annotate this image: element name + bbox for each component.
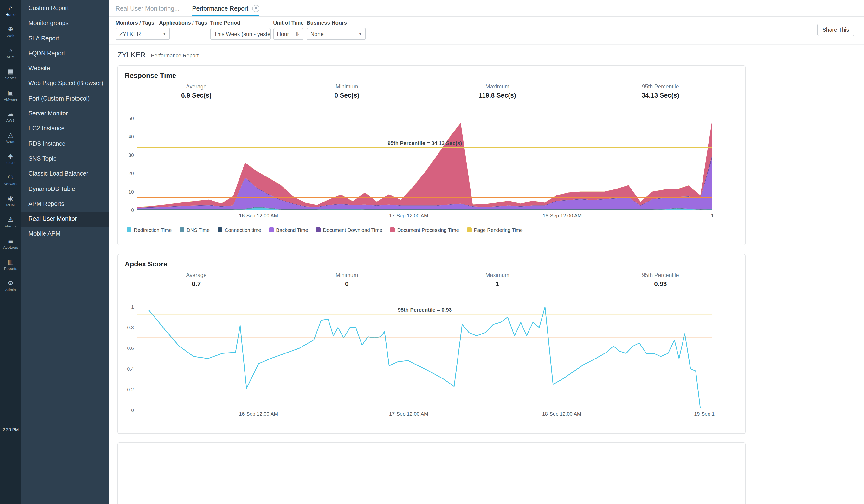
card-title: Apdex Score: [125, 260, 745, 268]
stat-value: 119.8 Sec(s): [419, 92, 576, 99]
sidebar-item-server-monitor[interactable]: Server Monitor: [21, 106, 109, 121]
svg-text:0.6: 0.6: [127, 346, 134, 351]
sidebar-item-sns-topic[interactable]: SNS Topic: [21, 151, 109, 167]
tab-real-user-monitoring[interactable]: Real User Monitoring...: [116, 0, 180, 16]
stat-value: 34.13 Sec(s): [576, 92, 745, 99]
response-time-legend: Redirection Time DNS Time Connection tim…: [127, 227, 745, 233]
stat-label: 95th Percentile: [576, 272, 745, 278]
home-icon: ⌂: [9, 4, 13, 11]
apm-icon: ◔: [9, 47, 13, 53]
svg-text:16-Sep 12:00 AM: 16-Sep 12:00 AM: [239, 411, 278, 417]
svg-text:1: 1: [711, 213, 714, 218]
sidebar-item-port-custom-protocol[interactable]: Port (Custom Protocol): [21, 91, 109, 107]
sidebar-item-monitor-groups[interactable]: Monitor groups: [21, 16, 109, 31]
response-time-stats: Average6.9 Sec(s) Minimum0 Sec(s) Maximu…: [118, 84, 745, 99]
aws-icon: ☁: [8, 110, 14, 116]
alarms-icon: ⚠: [8, 216, 13, 222]
sidebar-item-sla-report[interactable]: SLA Report: [21, 31, 109, 46]
share-this-button[interactable]: Share This: [817, 24, 854, 36]
icon-rail: ⌂Home ⊕Web ◔APM ▤Server ▣VMware ☁AWS △Az…: [0, 0, 21, 504]
time-period-select[interactable]: This Week (sun - yesterd ⇅: [210, 28, 270, 40]
svg-text:0.2: 0.2: [127, 387, 134, 392]
stat-value: 1: [419, 280, 576, 287]
rail-item-applogs[interactable]: ≣AppLogs: [0, 233, 21, 254]
rail-item-reports[interactable]: ▦Reports: [0, 254, 21, 275]
legend-swatch: [390, 228, 395, 232]
sidebar-item-website[interactable]: Website: [21, 61, 109, 76]
app-window: ⌂Home ⊕Web ◔APM ▤Server ▣VMware ☁AWS △Az…: [0, 0, 864, 504]
legend-swatch: [269, 228, 274, 232]
rail-item-home[interactable]: ⌂Home: [0, 0, 21, 21]
rail-item-server[interactable]: ▤Server: [0, 63, 21, 85]
monitor-select[interactable]: ZYLKER ▼: [116, 28, 170, 40]
legend-swatch: [316, 228, 321, 232]
stat-label: 95th Percentile: [576, 84, 745, 89]
sidebar-item-fqdn-report[interactable]: FQDN Report: [21, 46, 109, 61]
sidebar-item-web-page-speed[interactable]: Web Page Speed (Browser): [21, 76, 109, 91]
legend-swatch: [217, 228, 222, 232]
svg-text:0.4: 0.4: [127, 366, 134, 371]
rail-item-gcp[interactable]: ◈GCP: [0, 148, 21, 169]
rail-item-apm[interactable]: ◔APM: [0, 42, 21, 63]
sidebar-item-rds-instance[interactable]: RDS Instance: [21, 136, 109, 151]
card-title: Response Time: [125, 72, 745, 79]
rail-item-vmware[interactable]: ▣VMware: [0, 85, 21, 106]
rail-item-web[interactable]: ⊕Web: [0, 21, 21, 42]
sidebar-item-mobile-apm[interactable]: Mobile APM: [21, 227, 109, 242]
close-icon[interactable]: ✕: [252, 4, 260, 12]
apdex-stats: Average0.7 Minimum0 Maximum1 95th Percen…: [118, 272, 745, 287]
tab-bar: Real User Monitoring... Performance Repo…: [109, 0, 864, 17]
sidebar-item-custom-report[interactable]: Custom Report: [21, 1, 109, 16]
unit-of-time-group: Unit of Time Hour ⇅: [273, 20, 304, 40]
svg-text:18-Sep 12:00 AM: 18-Sep 12:00 AM: [543, 213, 582, 218]
svg-text:30: 30: [129, 152, 134, 158]
stat-label: Minimum: [275, 84, 419, 89]
rail-item-admin[interactable]: ⚙Admin: [0, 275, 21, 296]
chevron-down-icon: ▼: [163, 32, 166, 36]
stat-value: 0.7: [118, 280, 275, 287]
filter-bar: Monitors / Tags Applications / Tags ZYLK…: [109, 17, 864, 45]
rail-item-aws[interactable]: ☁AWS: [0, 106, 21, 127]
rail-item-azure[interactable]: △Azure: [0, 127, 21, 148]
stat-value: 6.9 Sec(s): [118, 92, 275, 99]
svg-text:0.8: 0.8: [127, 325, 134, 330]
applogs-icon: ≣: [8, 237, 13, 244]
tab-performance-report[interactable]: Performance Report ✕: [192, 0, 260, 16]
legend-item: Document Download Time: [316, 227, 382, 233]
stat-value: 0.93: [576, 280, 745, 287]
stepper-icon: ⇅: [295, 31, 299, 37]
gcp-icon: ◈: [8, 153, 13, 159]
stat-label: Maximum: [419, 84, 576, 89]
sidebar-item-dynamodb-table[interactable]: DynamoDB Table: [21, 182, 109, 197]
stat-label: Average: [118, 272, 275, 278]
response-time-card: Response Time Average6.9 Sec(s) Minimum0…: [118, 65, 746, 245]
main-area: Real User Monitoring... Performance Repo…: [109, 0, 864, 504]
chevron-down-icon: ▼: [359, 32, 362, 36]
rail-item-alarms[interactable]: ⚠Alarms: [0, 212, 21, 233]
rail-item-network[interactable]: ⚇Network: [0, 169, 21, 190]
stat-value: 0 Sec(s): [275, 92, 419, 99]
rail-item-rum[interactable]: ◉RUM: [0, 190, 21, 212]
svg-text:18-Sep 12:00 AM: 18-Sep 12:00 AM: [542, 411, 581, 417]
sidebar-item-real-user-monitor[interactable]: Real User Monitor: [21, 212, 109, 227]
unit-of-time-label: Unit of Time: [273, 20, 304, 25]
stat-label: Maximum: [419, 272, 576, 278]
report-content: ZYLKER - Performance Report Response Tim…: [109, 45, 864, 504]
svg-text:95th Percentile = 0.93: 95th Percentile = 0.93: [398, 307, 452, 313]
unit-of-time-select[interactable]: Hour ⇅: [273, 28, 303, 40]
legend-swatch: [127, 228, 131, 232]
network-icon: ⚇: [8, 174, 13, 180]
svg-text:95th Percentile = 34.13 Sec(s): 95th Percentile = 34.13 Sec(s): [388, 140, 462, 146]
legend-item: Backend Time: [269, 227, 308, 233]
sidebar-item-apm-reports[interactable]: APM Reports: [21, 197, 109, 212]
sidebar-item-ec2-instance[interactable]: EC2 Instance: [21, 121, 109, 137]
svg-text:50: 50: [129, 116, 134, 121]
legend-item: Document Processing Time: [390, 227, 459, 233]
business-hours-select[interactable]: None ▼: [307, 28, 366, 40]
apdex-score-card: Apdex Score Average0.7 Minimum0 Maximum1…: [118, 254, 746, 434]
applications-tags-label: Applications / Tags: [159, 20, 207, 25]
svg-text:0: 0: [131, 208, 134, 213]
time-period-label: Time Period: [210, 20, 270, 25]
sidebar-item-classic-load-balancer[interactable]: Classic Load Balancer: [21, 167, 109, 182]
svg-text:19-Sep 1: 19-Sep 1: [694, 411, 715, 417]
